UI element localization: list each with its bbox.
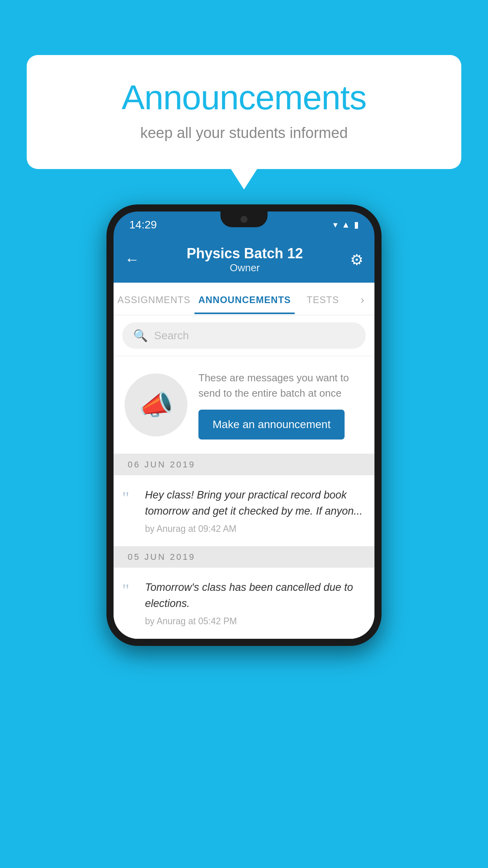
announcement-meta-2: by Anurag at 05:42 PM: [145, 616, 363, 627]
tab-announcements[interactable]: ANNOUNCEMENTS: [194, 283, 295, 314]
tabs-bar: ASSIGNMENTS ANNOUNCEMENTS TESTS ›: [114, 283, 374, 315]
notch: [220, 211, 268, 227]
promo-content: These are messages you want to send to t…: [198, 370, 363, 440]
phone-inner: 14:29 ▾ ▲ ▮ ← Physics Batch 12 Owner ⚙: [114, 211, 374, 639]
speech-bubble: Announcements keep all your students inf…: [27, 55, 461, 169]
tab-tests[interactable]: TESTS: [295, 283, 351, 314]
announcement-content-1: Hey class! Bring your practical record b…: [145, 487, 363, 534]
announcement-content-2: Tomorrow's class has been cancelled due …: [145, 579, 363, 627]
announcement-item-1: " Hey class! Bring your practical record…: [114, 475, 374, 546]
announcement-item-2: " Tomorrow's class has been cancelled du…: [114, 568, 374, 639]
status-icons: ▾ ▲ ▮: [333, 220, 359, 230]
camera-dot: [240, 216, 248, 223]
back-button[interactable]: ←: [125, 251, 139, 268]
bubble-title: Announcements: [58, 79, 430, 117]
promo-description: These are messages you want to send to t…: [198, 370, 363, 401]
battery-icon: ▮: [354, 220, 359, 230]
signal-icon: ▲: [341, 220, 350, 230]
date-divider-1: 06 JUN 2019: [114, 454, 374, 475]
wifi-icon: ▾: [333, 220, 338, 230]
batch-title: Physics Batch 12: [187, 245, 303, 262]
date-divider-2: 05 JUN 2019: [114, 546, 374, 568]
announcement-text-2: Tomorrow's class has been cancelled due …: [145, 579, 363, 611]
app-header: ← Physics Batch 12 Owner ⚙: [114, 238, 374, 283]
megaphone-icon: 📣: [139, 389, 173, 421]
status-bar: 14:29 ▾ ▲ ▮: [114, 211, 374, 238]
tab-assignments[interactable]: ASSIGNMENTS: [114, 283, 194, 314]
header-center: Physics Batch 12 Owner: [187, 245, 303, 274]
search-container: 🔍 Search: [114, 315, 374, 356]
promo-section: 📣 These are messages you want to send to…: [114, 356, 374, 454]
quote-icon-1: ": [122, 489, 129, 507]
bubble-subtitle: keep all your students informed: [58, 125, 430, 142]
quote-icon-2: ": [122, 582, 129, 599]
tab-more[interactable]: ›: [351, 283, 374, 315]
phone-wrapper: 14:29 ▾ ▲ ▮ ← Physics Batch 12 Owner ⚙: [106, 204, 382, 646]
search-placeholder: Search: [154, 329, 189, 342]
status-time: 14:29: [129, 219, 157, 231]
phone-screen: 🔍 Search 📣 These are messages you want t…: [114, 315, 374, 639]
promo-icon-circle: 📣: [125, 373, 187, 436]
batch-role: Owner: [187, 262, 303, 274]
search-bar[interactable]: 🔍 Search: [122, 322, 366, 349]
announcement-meta-1: by Anurag at 09:42 AM: [145, 524, 363, 534]
announcement-text-1: Hey class! Bring your practical record b…: [145, 487, 363, 519]
phone-frame: 14:29 ▾ ▲ ▮ ← Physics Batch 12 Owner ⚙: [106, 204, 382, 646]
settings-icon[interactable]: ⚙: [350, 251, 363, 268]
make-announcement-button[interactable]: Make an announcement: [198, 410, 345, 440]
search-icon: 🔍: [133, 329, 148, 342]
speech-bubble-section: Announcements keep all your students inf…: [27, 55, 461, 169]
